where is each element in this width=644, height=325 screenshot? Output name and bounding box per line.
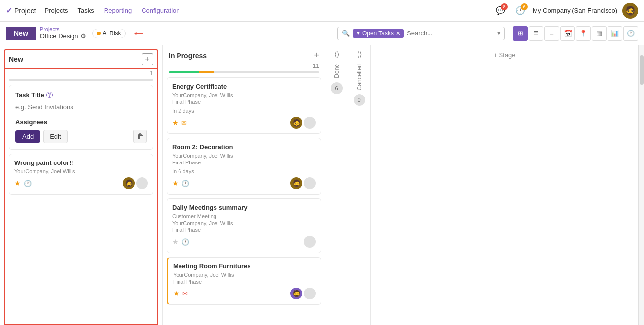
filter-tag[interactable]: ▼ Open Tasks ✕ [353, 29, 404, 38]
breadcrumb-bar: New Projects Office Design ⚙ At Risk ← 🔍… [0, 22, 644, 45]
task-card-meetings[interactable]: Daily Meetings summary Customer Meeting … [167, 198, 321, 253]
task-card-furniture[interactable]: Meeting Room Furnitures YourCompany, Joe… [167, 257, 321, 305]
breadcrumb-parent[interactable]: Projects [40, 26, 86, 32]
help-icon[interactable]: ? [46, 92, 53, 98]
star-icon[interactable]: ★ [173, 290, 179, 297]
star-icon[interactable]: ★ [172, 179, 179, 187]
email-icon: ✉ [182, 290, 188, 297]
timer-badge: 6 [521, 3, 528, 10]
notifications-btn[interactable]: 💬 8 [493, 3, 508, 18]
avatar: 🧔 [290, 117, 302, 129]
kanban-col-cancelled: ⟨⟩ Cancelled 0 [348, 45, 371, 325]
avatar: 🧔 [290, 177, 302, 189]
company-name[interactable]: My Company (San Francisco) [533, 7, 617, 14]
view-list-btn[interactable]: ☰ [529, 26, 543, 41]
star-icon-empty[interactable]: ★ [172, 238, 179, 246]
search-icon: 🔍 [342, 30, 350, 37]
task-phase: Final Phase [172, 99, 316, 105]
nav-item-projects[interactable]: Projects [40, 5, 73, 16]
in-progress-count: 11 [163, 63, 325, 71]
view-map-btn[interactable]: 📍 [576, 26, 591, 41]
view-chart-btn[interactable]: 📊 [608, 26, 622, 41]
new-col-count: 1 [9, 69, 153, 79]
arrow-indicator: ← [132, 26, 145, 41]
task-card-room2[interactable]: Room 2: Decoration YourCompany, Joel Wil… [167, 138, 321, 195]
clock-icon: 🕐 [24, 180, 32, 187]
view-calendar-btn[interactable]: 📅 [560, 26, 575, 41]
assignees-label: Assignees [15, 118, 147, 126]
filter-close-icon[interactable]: ✕ [396, 30, 401, 37]
task-footer: ★ ✉ 🧔 [172, 117, 316, 129]
view-list2-btn[interactable]: ≡ [544, 26, 559, 41]
task-phase: Final Phase [172, 227, 316, 233]
task-company: Customer Meeting [172, 213, 316, 219]
in-progress-col-add-btn[interactable]: + [314, 50, 319, 61]
avatar: 🧔 [123, 177, 135, 189]
task-footer: ★ ✉ 🧔 [173, 288, 316, 299]
delete-task-button[interactable]: 🗑 [133, 130, 147, 143]
view-toggles: ⊞ ☰ ≡ 📅 📍 ▦ 📊 🕐 [513, 26, 638, 41]
add-stage-btn[interactable]: + Stage [493, 51, 515, 59]
task-title-label: Task Title ? [15, 91, 147, 98]
done-count-badge: 6 [331, 82, 343, 94]
gear-icon[interactable]: ⚙ [80, 32, 86, 41]
form-actions: Add Edit 🗑 [15, 130, 147, 143]
nav-item-reporting[interactable]: Reporting [99, 5, 137, 16]
task-title-input[interactable] [15, 101, 147, 113]
in-progress-cards: Energy Certificate YourCompany, Joel Wil… [163, 77, 325, 325]
task-deadline: In 6 days [172, 168, 316, 174]
main-content: New + 1 Task Title ? Assignees Add Edit … [0, 45, 644, 325]
cancelled-count-badge: 0 [354, 94, 365, 106]
task-card-energy[interactable]: Energy Certificate YourCompany, Joel Wil… [167, 77, 321, 134]
task-form-card: Task Title ? Assignees Add Edit 🗑 [9, 85, 153, 150]
task-company: YourCompany, Joel Willis [172, 153, 316, 159]
new-button[interactable]: New [6, 27, 36, 40]
status-dot [97, 32, 101, 35]
nav-logo[interactable]: ✓ Project [6, 6, 36, 15]
edit-task-button[interactable]: Edit [43, 130, 67, 143]
view-clock-btn[interactable]: 🕐 [623, 26, 638, 41]
task-footer: ★ 🕐 [172, 236, 316, 248]
scroll-thumb[interactable] [640, 55, 644, 85]
view-kanban-btn[interactable]: ⊞ [513, 26, 528, 41]
timer-btn[interactable]: 🕐 6 [513, 3, 528, 18]
avatar-placeholder [304, 236, 316, 248]
cancelled-nav-left[interactable]: ⟨⟩ [357, 50, 362, 58]
breadcrumb-current[interactable]: Office Design [40, 32, 78, 41]
add-task-button[interactable]: Add [15, 130, 40, 143]
kanban-col-stage: + Stage [371, 45, 638, 325]
scrollbar[interactable] [638, 45, 644, 325]
task-deadline: In 2 days [172, 108, 316, 114]
clock-icon: 🕐 [181, 180, 189, 187]
new-col-title: New [9, 55, 142, 63]
task-phase: Final Phase [173, 279, 316, 285]
done-nav-left[interactable]: ⟨⟩ [334, 50, 339, 58]
task-title: Meeting Room Furnitures [173, 262, 316, 270]
user-avatar[interactable]: 🧔 [622, 3, 638, 19]
in-progress-col-title: In Progress [169, 52, 314, 60]
nav-item-configuration[interactable]: Configuration [137, 5, 184, 16]
status-label: At Risk [103, 30, 121, 37]
avatar-placeholder [136, 177, 148, 189]
email-icon: ✉ [181, 119, 187, 127]
app-name[interactable]: Project [14, 7, 36, 15]
avatar-placeholder [304, 117, 316, 129]
star-icon[interactable]: ★ [14, 179, 21, 187]
search-bar: 🔍 ▼ Open Tasks ✕ ▾ [337, 27, 505, 40]
task-card-wrong-paint[interactable]: Wrong paint color!! YourCompany, Joel Wi… [9, 154, 153, 195]
new-col-cards: Task Title ? Assignees Add Edit 🗑 Wrong … [4, 85, 158, 325]
status-badge[interactable]: At Risk [92, 29, 126, 38]
task-title: Daily Meetings summary [172, 204, 316, 211]
star-icon[interactable]: ★ [172, 119, 179, 127]
kanban-col-done: ⟨⟩ Done 6 [325, 45, 348, 325]
kanban-col-new: New + 1 Task Title ? Assignees Add Edit … [0, 45, 163, 325]
view-table-btn[interactable]: ▦ [592, 26, 607, 41]
task-company: YourCompany, Joel Willis [173, 272, 316, 278]
filter-icon: ▼ [356, 31, 361, 36]
task-footer: ★ 🕐 🧔 [14, 177, 148, 189]
nav-item-tasks[interactable]: Tasks [73, 5, 99, 16]
new-col-add-btn[interactable]: + [142, 53, 153, 65]
search-dropdown-icon[interactable]: ▾ [497, 30, 501, 37]
progress-green [169, 71, 199, 73]
search-input[interactable] [407, 30, 494, 37]
